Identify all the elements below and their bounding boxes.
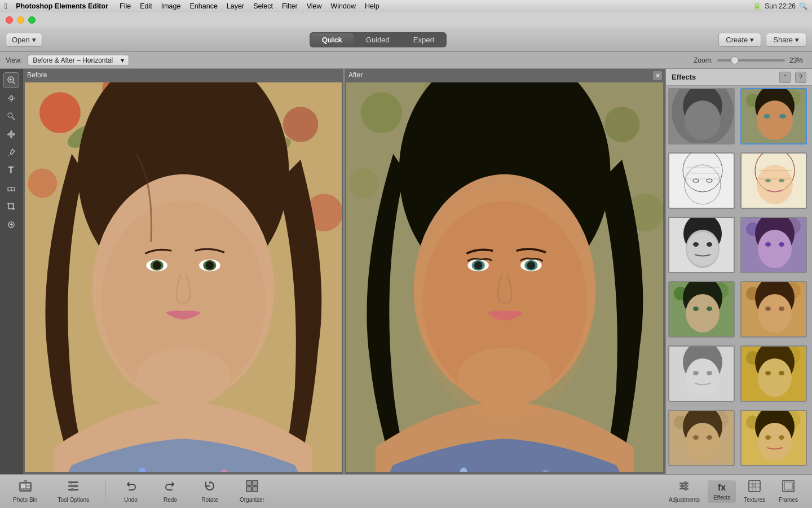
rotate-icon [204, 480, 216, 495]
svg-point-92 [707, 242, 712, 247]
crop-tool[interactable] [3, 199, 19, 214]
adjustments-button[interactable]: Adjustments [663, 478, 705, 505]
effects-button[interactable]: fx Effects [708, 480, 736, 503]
effects-panel: Effects ⌃ ? [665, 69, 812, 474]
menu-item-view[interactable]: View [303, 0, 326, 12]
textures-button[interactable]: Textures [738, 478, 771, 505]
frames-button[interactable]: Frames [773, 478, 804, 505]
share-button[interactable]: Share ▾ [766, 33, 806, 47]
adjustments-icon [678, 480, 690, 495]
svg-rect-158 [253, 480, 258, 485]
effects-header: Effects ⌃ ? [666, 69, 812, 86]
effect-thumb-golden2[interactable] [740, 410, 807, 466]
effects-help-button[interactable]: ? [795, 72, 806, 83]
view-bar: View: Before & After – Horizontal ▾ Zoom… [0, 52, 812, 69]
svg-point-164 [685, 482, 687, 485]
svg-rect-100 [742, 218, 807, 273]
svg-line-6 [12, 117, 15, 120]
brush-tool[interactable] [3, 144, 19, 160]
tab-guided[interactable]: Guided [355, 33, 401, 46]
maximize-button[interactable] [28, 16, 36, 24]
battery-icon: 🔋 [753, 2, 761, 10]
adjustments-label: Adjustments [669, 497, 700, 503]
effects-label: Effects [713, 494, 730, 501]
svg-rect-115 [742, 282, 807, 338]
svg-rect-10 [8, 204, 13, 208]
menu-item-help[interactable]: Help [361, 0, 383, 12]
svg-rect-160 [253, 487, 258, 492]
menubar-right: 🔋 Sun 22:26 🔍 [753, 2, 807, 10]
move-tool[interactable] [3, 126, 19, 142]
pan-tool[interactable] [3, 90, 19, 106]
svg-rect-170 [784, 482, 792, 490]
svg-rect-129 [742, 347, 807, 402]
text-tool[interactable]: T [3, 163, 19, 178]
effect-thumb-darksketch[interactable] [668, 217, 735, 273]
menu-item-window[interactable]: Window [327, 0, 360, 12]
tab-expert[interactable]: Expert [402, 33, 446, 46]
effect-thumb-bw[interactable] [668, 88, 735, 144]
svg-point-13 [39, 92, 81, 133]
frames-label: Frames [779, 497, 798, 503]
svg-point-165 [681, 485, 684, 488]
zoom-tool[interactable] [3, 72, 19, 88]
open-button[interactable]: Open ▾ [6, 33, 42, 47]
effect-thumb-color[interactable] [740, 88, 807, 144]
effects-grid [666, 86, 812, 474]
effect-thumb-golden[interactable] [740, 345, 807, 402]
effect-thumb-colorpencil[interactable] [740, 152, 807, 209]
svg-point-91 [693, 242, 699, 247]
effect-thumb-sepia[interactable] [668, 410, 735, 466]
effects-fx-icon: fx [718, 483, 726, 493]
heal-tool[interactable] [3, 217, 19, 233]
rotate-button[interactable]: Rotate [196, 478, 224, 505]
menu-item-image[interactable]: Image [157, 0, 185, 12]
effect-thumb-green[interactable] [668, 281, 735, 338]
svg-point-166 [685, 488, 687, 491]
svg-point-153 [70, 481, 72, 484]
zoom-slider[interactable] [717, 59, 785, 62]
menu-item-file[interactable]: File [116, 0, 135, 12]
svg-point-86 [779, 179, 784, 182]
svg-point-90 [687, 232, 718, 266]
organizer-button[interactable]: Organizer [235, 478, 269, 505]
eraser-tool[interactable] [3, 181, 19, 196]
tool-options-button[interactable]: Tool Options [53, 478, 94, 505]
create-button[interactable]: Create ▾ [718, 33, 761, 47]
svg-point-30 [206, 261, 214, 270]
effect-thumb-pencil[interactable] [668, 152, 735, 209]
menu-item-filter[interactable]: Filter [278, 0, 302, 12]
before-panel: Before [23, 69, 344, 474]
canvas-close-button[interactable]: ✕ [653, 71, 662, 80]
open-label: Open [12, 36, 30, 44]
menu-item-select[interactable]: Select [249, 0, 277, 12]
effect-thumb-warm[interactable] [740, 281, 807, 338]
search-icon[interactable]: 🔍 [799, 2, 807, 10]
view-label: View: [6, 56, 22, 64]
photo-bin-label: Photo Bin [13, 497, 37, 503]
menu-item-enhance[interactable]: Enhance [186, 0, 221, 12]
menu-item-app[interactable]: Photoshop Elements Editor [12, 0, 112, 12]
svg-point-17 [28, 168, 57, 198]
photo-bin-button[interactable]: Photo Bin [8, 478, 42, 505]
undo-button[interactable]: Undo [117, 478, 145, 505]
effect-thumb-purple[interactable] [740, 217, 807, 273]
view-dropdown[interactable]: Before & After – Horizontal ▾ [28, 55, 129, 66]
redo-button[interactable]: Redo [156, 478, 184, 505]
toolbar: Open ▾ Quick Guided Expert Create ▾ Shar… [0, 28, 812, 52]
menu-item-layer[interactable]: Layer [223, 0, 248, 12]
mode-tabs: Quick Guided Expert [310, 32, 447, 47]
selection-tool[interactable] [3, 108, 19, 124]
minimize-button[interactable] [17, 16, 24, 24]
effects-title: Effects [672, 73, 696, 81]
effects-controls: ⌃ ? [779, 72, 806, 83]
effects-expand-button[interactable]: ⌃ [779, 72, 791, 83]
close-button[interactable] [6, 16, 13, 24]
view-dropdown-value: Before & After – Horizontal [33, 56, 113, 64]
canvas-area: ✕ Before [23, 69, 665, 474]
effect-thumb-fadedbw[interactable] [668, 345, 735, 402]
svg-rect-168 [752, 484, 756, 487]
tab-quick[interactable]: Quick [311, 33, 354, 46]
menu-item-edit[interactable]: Edit [136, 0, 156, 12]
svg-point-85 [765, 179, 771, 182]
